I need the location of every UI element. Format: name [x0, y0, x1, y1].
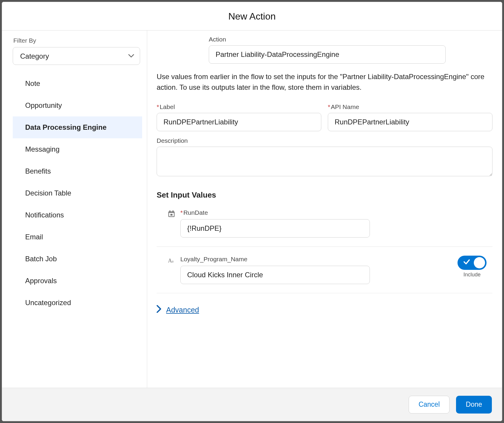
sidebar-item-uncategorized[interactable]: Uncategorized	[13, 292, 142, 314]
help-text: Use values from earlier in the flow to s…	[157, 71, 492, 93]
modal-title: New Action	[2, 11, 502, 22]
apiname-input[interactable]	[328, 113, 492, 131]
description-textarea[interactable]	[157, 147, 492, 176]
sidebar-item-notifications[interactable]: Notifications	[13, 204, 142, 226]
modal-header: New Action	[2, 2, 502, 31]
svg-rect-1	[169, 210, 171, 212]
sidebar-item-email[interactable]: Email	[13, 226, 142, 248]
category-list-wrap: Note Opportunity Data Processing Engine …	[13, 73, 147, 388]
label-apiname-row: *Label *API Name	[157, 103, 492, 131]
description-caption: Description	[157, 137, 492, 144]
advanced-section[interactable]: Advanced	[157, 305, 492, 315]
description-field: Description	[157, 137, 492, 177]
sidebar-item-batch-job[interactable]: Batch Job	[13, 248, 142, 270]
filter-by-label: Filter By	[13, 37, 147, 44]
include-toggle-col: Include	[458, 256, 492, 278]
label-caption: *Label	[157, 103, 321, 110]
sidebar-item-decision-table[interactable]: Decision Table	[13, 182, 142, 204]
category-list[interactable]: Note Opportunity Data Processing Engine …	[13, 73, 147, 388]
chevron-right-icon	[157, 305, 161, 315]
action-input[interactable]	[209, 45, 446, 64]
check-icon	[463, 258, 471, 268]
calendar-icon	[167, 210, 176, 218]
program-name-label: Loyalty_Program_Name	[180, 256, 453, 263]
label-input[interactable]	[157, 113, 321, 131]
apiname-caption: *API Name	[328, 103, 492, 110]
set-input-values-title: Set Input Values	[157, 190, 492, 200]
sidebar-item-benefits[interactable]: Benefits	[13, 160, 142, 182]
toggle-knob	[474, 257, 485, 268]
new-action-modal: New Action Filter By Category Note Oppor…	[2, 2, 502, 421]
action-field: Action	[209, 36, 446, 64]
label-field: *Label	[157, 103, 321, 131]
apiname-field: *API Name	[328, 103, 492, 131]
svg-text:a: a	[172, 259, 174, 263]
rundate-label: *RunDate	[180, 209, 492, 216]
svg-rect-2	[173, 210, 174, 212]
input-row-rundate: *RunDate	[157, 209, 492, 247]
program-name-input[interactable]	[180, 266, 370, 284]
sidebar-item-messaging[interactable]: Messaging	[13, 138, 142, 160]
rundate-input[interactable]	[180, 219, 370, 238]
modal-body: Filter By Category Note Opportunity Data…	[2, 31, 502, 388]
rundate-body: *RunDate	[180, 209, 492, 238]
include-toggle-label: Include	[463, 272, 481, 278]
cancel-button[interactable]: Cancel	[409, 396, 450, 414]
sidebar-item-opportunity[interactable]: Opportunity	[13, 94, 142, 116]
svg-rect-4	[171, 214, 173, 216]
sidebar-item-data-processing-engine[interactable]: Data Processing Engine	[13, 116, 142, 138]
main-panel: Action Use values from earlier in the fl…	[147, 31, 502, 388]
filter-by-select[interactable]: Category	[13, 47, 140, 65]
modal-footer: Cancel Done	[2, 388, 502, 421]
include-toggle[interactable]	[458, 256, 487, 270]
filter-select-wrap: Category	[13, 47, 140, 65]
filter-sidebar: Filter By Category Note Opportunity Data…	[2, 31, 147, 388]
advanced-link[interactable]: Advanced	[166, 306, 199, 314]
done-button[interactable]: Done	[456, 396, 492, 414]
sidebar-item-approvals[interactable]: Approvals	[13, 270, 142, 292]
text-icon: Aa	[167, 256, 176, 265]
program-name-body: Loyalty_Program_Name	[180, 256, 453, 284]
sidebar-item-note[interactable]: Note	[13, 73, 142, 94]
input-row-program-name: Aa Loyalty_Program_Name Include	[157, 256, 492, 293]
action-label: Action	[209, 36, 446, 43]
